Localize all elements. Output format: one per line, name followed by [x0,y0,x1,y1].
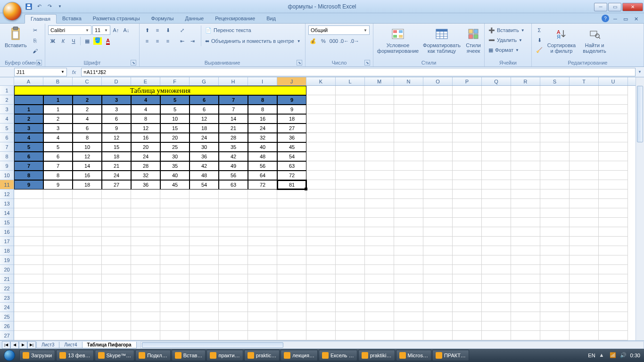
cell-C16[interactable] [73,227,102,237]
cell-K5[interactable] [306,123,336,133]
cell-P13[interactable] [453,199,482,208]
cell-N12[interactable] [394,189,423,199]
cell-R9[interactable] [511,161,540,171]
cell-M4[interactable] [365,114,394,123]
delete-cells-button[interactable]: ➖Удалить▼ [487,35,523,45]
cell-T27[interactable] [570,331,599,340]
cell-A22[interactable] [14,284,43,293]
col-header-R[interactable]: R [511,77,540,85]
cell-E3[interactable]: 4 [131,105,160,114]
cell-F3[interactable]: 5 [160,105,190,114]
cell-N26[interactable] [394,321,423,331]
cell-M17[interactable] [365,237,394,246]
cell-R12[interactable] [511,189,540,199]
row-header-20[interactable]: 20 [0,265,14,274]
cell-E23[interactable] [131,293,160,303]
cell-S14[interactable] [540,208,570,218]
col-header-N[interactable]: N [394,77,423,85]
cell-T5[interactable] [570,123,599,133]
cell-R25[interactable] [511,312,540,321]
cell-M8[interactable] [365,152,394,161]
cell-J14[interactable] [277,208,306,218]
cell-P27[interactable] [453,331,482,340]
cell-O18[interactable] [423,246,453,255]
cell-L6[interactable] [336,133,365,142]
cell-M2[interactable] [365,95,394,105]
cell-D27[interactable] [102,331,131,340]
grow-font-icon[interactable]: A↑ [111,25,121,35]
taskbar-item-10[interactable]: Micros… [396,350,431,361]
col-header-F[interactable]: F [160,77,190,85]
cell-D12[interactable] [102,189,131,199]
cell-F22[interactable] [160,284,190,293]
row-header-8[interactable]: 8 [0,152,14,161]
cell-S27[interactable] [540,331,570,340]
cell-J21[interactable] [277,274,306,284]
cell-M27[interactable] [365,331,394,340]
cell-H21[interactable] [219,274,248,284]
cell-O20[interactable] [423,265,453,274]
save-icon[interactable] [25,2,33,11]
cell-G18[interactable] [190,246,219,255]
cell-G11[interactable]: 54 [190,180,219,189]
align-right-icon[interactable]: ≡ [163,36,173,46]
cell-N5[interactable] [394,123,423,133]
cell-P11[interactable] [453,180,482,189]
cell-U5[interactable] [599,123,628,133]
cell-M16[interactable] [365,227,394,237]
sheet-nav-last-icon[interactable]: ▶| [27,341,36,349]
cell-R27[interactable] [511,331,540,340]
cell-C4[interactable]: 4 [73,114,102,123]
cell-I16[interactable] [248,227,277,237]
cell-R21[interactable] [511,274,540,284]
font-size-combo[interactable]: 11▼ [92,25,110,35]
cell-E20[interactable] [131,265,160,274]
cell-S10[interactable] [540,171,570,180]
cell-C25[interactable] [73,312,102,321]
cell-O22[interactable] [423,284,453,293]
cell-F4[interactable]: 10 [160,114,190,123]
cell-N4[interactable] [394,114,423,123]
cell-B5[interactable]: 3 [43,123,73,133]
cell-P26[interactable] [453,321,482,331]
cell-N3[interactable] [394,105,423,114]
cell-A6[interactable]: 4 [14,133,43,142]
cell-N2[interactable] [394,95,423,105]
cell-H22[interactable] [219,284,248,293]
cell-T22[interactable] [570,284,599,293]
cell-R4[interactable] [511,114,540,123]
cell-G14[interactable] [190,208,219,218]
cells-area[interactable]: Таблица умножения12345678911234567892246… [14,86,636,340]
cell-D7[interactable]: 15 [102,142,131,152]
col-header-K[interactable]: K [306,77,336,85]
cell-E16[interactable] [131,227,160,237]
cell-M26[interactable] [365,321,394,331]
cell-Q21[interactable] [482,274,511,284]
cell-F5[interactable]: 15 [160,123,190,133]
cell-O6[interactable] [423,133,453,142]
cell-A9[interactable]: 7 [14,161,43,171]
format-as-table-button[interactable]: Форматировать как таблицу [421,25,462,55]
cell-U11[interactable] [599,180,628,189]
taskbar-item-11[interactable]: ПРАКТ… [432,350,469,361]
cell-B15[interactable] [43,218,73,227]
col-header-M[interactable]: M [365,77,394,85]
cell-N7[interactable] [394,142,423,152]
cell-R8[interactable] [511,152,540,161]
cell-I19[interactable] [248,255,277,265]
tray-clock[interactable]: 0:30 [630,353,640,358]
cell-T15[interactable] [570,218,599,227]
cell-S25[interactable] [540,312,570,321]
cell-B20[interactable] [43,265,73,274]
cell-K4[interactable] [306,114,336,123]
cell-M5[interactable] [365,123,394,133]
cell-S23[interactable] [540,293,570,303]
tab-Формулы[interactable]: Формулы [146,14,180,23]
cell-K6[interactable] [306,133,336,142]
cell-B8[interactable]: 6 [43,152,73,161]
cell-R6[interactable] [511,133,540,142]
cell-G4[interactable]: 12 [190,114,219,123]
cell-T17[interactable] [570,237,599,246]
cell-C10[interactable]: 16 [73,171,102,180]
cell-R14[interactable] [511,208,540,218]
